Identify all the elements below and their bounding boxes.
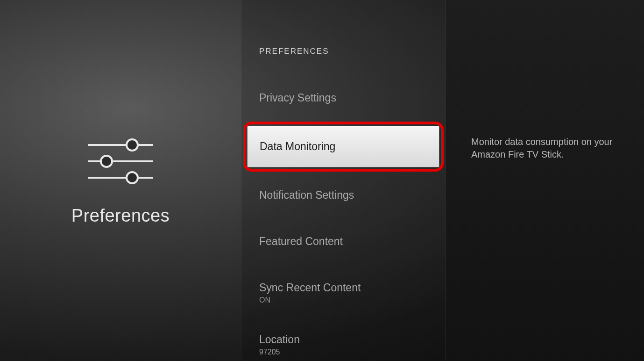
menu-item-notification-settings[interactable]: Notification Settings <box>241 181 445 209</box>
left-panel: Preferences <box>0 0 241 361</box>
section-header: PREFERENCES <box>241 47 445 56</box>
menu-item-value: 97205 <box>259 348 427 356</box>
menu-item-value: ON <box>259 296 427 304</box>
left-panel-title: Preferences <box>71 206 170 226</box>
svg-point-3 <box>101 156 112 167</box>
menu-item-label: Privacy Settings <box>259 92 427 104</box>
menu-item-label: Sync Recent Content <box>259 282 427 294</box>
svg-point-5 <box>127 172 138 183</box>
menu-item-location[interactable]: Location 97205 <box>241 326 445 361</box>
menu-item-label: Featured Content <box>259 235 427 248</box>
detail-description: Monitor data consumption on your Amazon … <box>471 136 616 161</box>
menu-item-label: Data Monitoring <box>260 140 421 153</box>
menu-item-sync-recent-content[interactable]: Sync Recent Content ON <box>241 274 445 312</box>
menu-item-label: Notification Settings <box>259 189 427 202</box>
menu-item-data-monitoring[interactable]: Data Monitoring <box>247 126 439 167</box>
detail-panel: Monitor data consumption on your Amazon … <box>446 0 644 361</box>
menu-item-label: Location <box>259 333 427 346</box>
menu-list: Privacy Settings Data Monitoring Notific… <box>241 84 445 361</box>
svg-point-1 <box>127 139 138 151</box>
menu-item-privacy-settings[interactable]: Privacy Settings <box>241 84 445 112</box>
menu-panel: PREFERENCES Privacy Settings Data Monito… <box>241 0 446 361</box>
sliders-icon <box>85 136 156 187</box>
menu-item-featured-content[interactable]: Featured Content <box>241 228 445 255</box>
